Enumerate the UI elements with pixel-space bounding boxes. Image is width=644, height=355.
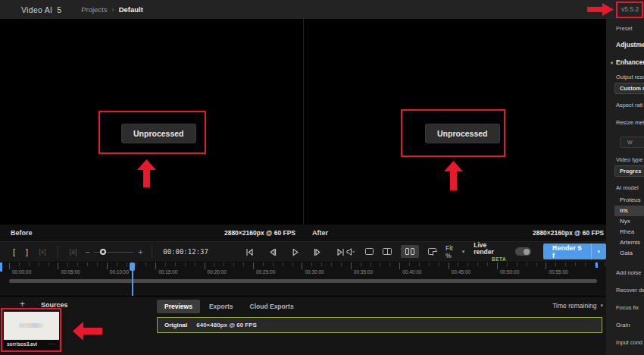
sidebar-model-rhea[interactable]: Rhea <box>614 227 644 237</box>
timeline[interactable]: 00:00:0000:05:0000:10:0000:15:0000:20:00… <box>0 262 606 296</box>
timeline-out-marker[interactable] <box>596 262 598 268</box>
sources-title: Sources <box>41 301 68 309</box>
view-split-button[interactable] <box>383 248 391 255</box>
previews-tabs: PreviewsExportsCloud Exports <box>157 300 302 313</box>
render-options-chevron-icon[interactable]: ▾ <box>591 243 607 259</box>
zoom-slider-track[interactable] <box>94 252 133 253</box>
audio-selection-button[interactable]: [a] <box>64 248 83 256</box>
sidebar-subsp-resize-met: Resize met <box>616 119 644 126</box>
audio-mute-icon[interactable] <box>345 247 356 256</box>
timeline-tick-label: 00:00:00 <box>12 269 31 275</box>
view-single-button[interactable] <box>365 248 374 255</box>
breadcrumb-projects[interactable]: Projects <box>81 5 107 14</box>
render-button-label[interactable]: Render 5 f <box>543 243 591 259</box>
after-label: After <box>312 229 328 237</box>
timeline-tick-label: 00:20:00 <box>208 269 227 275</box>
sidebar-foot-grain: Grain <box>616 322 644 328</box>
tab-exports[interactable]: Exports <box>202 300 241 313</box>
previous-frame-button[interactable] <box>267 247 277 257</box>
sidebar-model-gaia[interactable]: Gaia <box>614 248 644 259</box>
skip-to-end-button[interactable] <box>336 247 345 257</box>
timeline-tick <box>449 262 449 269</box>
timeline-playhead-handle[interactable] <box>130 262 135 271</box>
bottom-panel: + Sources sorrisos3.avi ··· PreviewsExpo… <box>0 296 606 355</box>
before-resolution: 2880×2160px @ 60 FPS <box>224 229 295 237</box>
timeline-tick <box>58 262 58 269</box>
pane-info-row: Before 2880×2160px @ 60 FPS After 2880×2… <box>0 225 606 241</box>
sidebar-sub-video-type: Video type <box>616 156 644 163</box>
skip-to-start-button[interactable] <box>245 247 255 257</box>
playback-controls <box>245 247 345 257</box>
timeline-tick-label: 00:10:00 <box>110 269 129 275</box>
clear-selection-button[interactable]: [x] <box>33 248 52 256</box>
live-render-toggle[interactable] <box>515 247 531 256</box>
timeline-tick <box>9 262 10 269</box>
sidebar-field-w[interactable]: W <box>620 137 644 148</box>
timeline-scrollbar[interactable] <box>9 279 597 283</box>
mark-in-button[interactable]: [ <box>8 247 20 256</box>
sidebar-model-iris[interactable]: Iris <box>614 206 644 216</box>
source-file-name: sorrisos3.avi <box>7 341 37 347</box>
breadcrumb-current-project[interactable]: Default <box>119 5 143 14</box>
next-frame-button[interactable] <box>313 247 323 257</box>
view-fullscreen-button[interactable] <box>428 248 436 255</box>
timeline-tick-label: 00:50:00 <box>500 269 519 275</box>
timeline-tick <box>351 262 352 269</box>
fit-zoom-dropdown[interactable]: Fit % ▾ <box>445 244 464 259</box>
settings-sidebar: PresetAdjustmen▾EnhancemOutput resoCusto… <box>606 19 644 355</box>
sidebar-button-custom-r[interactable]: Custom r <box>614 83 644 94</box>
timeline-tick-label: 00:55:00 <box>549 269 567 275</box>
view-side-by-side-button[interactable] <box>401 245 419 258</box>
sidebar-button-progres[interactable]: Progres <box>614 165 644 177</box>
timeline-tick-label: 00:35:00 <box>354 269 373 275</box>
sidebar-model-proteus[interactable]: Proteus <box>614 195 644 206</box>
original-preview-row[interactable]: Original 640×480px @ 60 FPS <box>157 317 602 333</box>
time-remaining-dropdown[interactable]: Time remaining ▾ <box>552 302 603 309</box>
side-by-side-icon <box>405 248 414 255</box>
sidebar-label-preset: Preset <box>616 25 644 32</box>
playback-toolbar: [ ] [x] [a] − + 00:00:12:37 <box>0 241 606 262</box>
after-status-badge: Unprocessed <box>425 124 500 143</box>
add-source-button[interactable]: + <box>20 299 25 309</box>
zoom-out-icon[interactable]: − <box>86 248 90 256</box>
sidebar-model-nyx[interactable]: Nyx <box>614 216 644 227</box>
sidebar-bold-adjustmen: Adjustmen <box>616 41 644 49</box>
sidebar-modelhead-ai-model: AI model <box>616 184 644 191</box>
timeline-tick <box>107 262 108 269</box>
sidebar-sub-output-reso: Output reso <box>616 74 644 80</box>
tab-previews[interactable]: Previews <box>157 300 200 313</box>
chevron-down-icon: ▾ <box>600 303 603 309</box>
timeline-tick <box>302 262 302 269</box>
sidebar-foot-recover-de: Recover de <box>616 287 644 294</box>
chevron-down-icon: ▾ <box>611 61 613 65</box>
sidebar-items: PresetAdjustmen▾EnhancemOutput resoCusto… <box>616 25 644 355</box>
source-menu-dots-icon[interactable]: ··· <box>48 341 56 347</box>
zoom-slider[interactable]: − + <box>86 248 143 256</box>
timeline-in-marker[interactable] <box>0 262 2 272</box>
preview-area: Unprocessed Unprocessed <box>0 19 606 225</box>
source-thumbnail-image[interactable] <box>4 312 59 340</box>
breadcrumb-separator-icon: › <box>112 5 114 14</box>
timeline-tick <box>546 262 546 269</box>
before-pane[interactable]: Unprocessed <box>0 19 303 225</box>
original-resolution: 640×480px @ 60 FPS <box>196 322 257 328</box>
section-label: Enhancem <box>616 58 644 66</box>
timeline-tick-label: 00:15:00 <box>158 269 177 275</box>
after-pane[interactable]: Unprocessed <box>303 19 606 225</box>
timeline-tick-label: 00:05:00 <box>61 269 80 275</box>
play-button[interactable] <box>290 247 300 257</box>
timeline-tick <box>155 262 156 269</box>
breadcrumb: Projects › Default <box>81 5 143 14</box>
beta-badge: BETA <box>492 256 506 262</box>
render-button[interactable]: Render 5 f ▾ <box>543 243 606 259</box>
sidebar-model-artemis[interactable]: Artemis <box>614 237 644 248</box>
source-thumbnail-card[interactable]: sorrisos3.avi ··· <box>4 312 59 350</box>
zoom-slider-knob[interactable] <box>100 249 106 255</box>
toolbar-divider <box>58 246 58 258</box>
timeline-tick-label: 00:40:00 <box>402 269 421 275</box>
timeline-ruler[interactable]: 00:00:0000:05:0000:10:0000:15:0000:20:00… <box>0 262 606 278</box>
zoom-in-icon[interactable]: + <box>138 248 142 256</box>
sidebar-section-enhancem[interactable]: ▾Enhancem <box>611 58 644 66</box>
mark-out-button[interactable]: ] <box>20 247 33 256</box>
tab-cloud-exports[interactable]: Cloud Exports <box>242 300 302 313</box>
